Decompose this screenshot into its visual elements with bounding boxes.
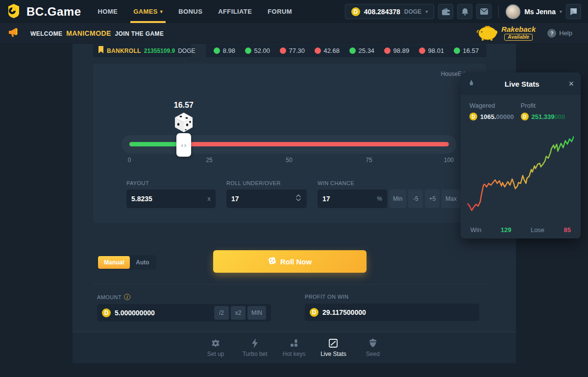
toolbar-item-label: Seed: [366, 351, 380, 357]
recent-roll[interactable]: 42.68: [315, 47, 340, 54]
rakeback-text: Rakeback Available: [501, 25, 536, 41]
payout-control: PAYOUT x: [126, 180, 216, 208]
bookmark-icon: [98, 46, 104, 56]
toolbar-live-stats[interactable]: Live Stats: [320, 338, 346, 357]
toolbar-hot-keys[interactable]: Hot keys: [281, 338, 307, 357]
info-icon[interactable]: i: [124, 294, 130, 300]
amount-input[interactable]: [115, 309, 210, 317]
amount-group: AMOUNT i D /2x2MIN: [97, 294, 271, 322]
nav-item-forum[interactable]: FORUM: [260, 0, 300, 23]
recent-roll[interactable]: 98.01: [419, 47, 444, 54]
payout-input[interactable]: [131, 195, 207, 203]
messages-button[interactable]: [476, 4, 491, 19]
auto-mode-button[interactable]: Auto: [130, 256, 155, 269]
profit-on-win-input[interactable]: [322, 308, 474, 316]
roll-value: 8.98: [223, 47, 235, 54]
dice-slider-track[interactable]: [122, 135, 457, 154]
doge-coin-icon: D: [351, 7, 360, 16]
balance-selector[interactable]: D 408.284378 DOGE ▾: [345, 4, 434, 19]
scale-tick-25: 25: [206, 157, 212, 164]
roll-value: 42.68: [324, 47, 340, 54]
payout-label: PAYOUT: [126, 180, 216, 186]
nav-item-bonus[interactable]: BONUS: [171, 0, 210, 23]
recent-roll[interactable]: 77.30: [280, 47, 305, 54]
hotkeys-icon: [289, 338, 299, 348]
win-chance-label: WIN CHANCE: [318, 180, 467, 186]
lightning-icon: [251, 338, 259, 348]
roll-now-label: Roll Now: [280, 258, 312, 266]
lose-dot-icon: [384, 47, 391, 54]
profit-value: 251.339: [532, 113, 555, 120]
lose-label: Lose: [531, 226, 544, 234]
nav-item-games[interactable]: GAMES▾: [125, 0, 171, 23]
nav-item-home[interactable]: HOME: [90, 0, 126, 23]
win-chance-minus5-button[interactable]: -5: [408, 189, 423, 208]
navbar-right: D 408.284378 DOGE ▾: [345, 4, 588, 19]
close-icon[interactable]: ×: [568, 79, 574, 88]
welcome-suffix: JOIN THE GAME: [115, 30, 164, 37]
roll-value: 98.89: [393, 47, 410, 54]
wallet-button[interactable]: [438, 4, 453, 19]
toolbar-set-up[interactable]: Set up: [203, 338, 228, 357]
recent-roll[interactable]: 52.00: [245, 47, 270, 54]
win-chance-plus5-button[interactable]: +5: [425, 189, 440, 208]
dice-game-canvas: HouseEd 16.57 ‹ ›: [93, 64, 487, 223]
recent-roll[interactable]: 25.34: [349, 47, 375, 54]
toolbar-item-label: Turbo bet: [243, 351, 268, 357]
bell-icon: [461, 8, 469, 16]
profit-on-win-label: PROFIT ON WIN: [305, 294, 348, 300]
roll-under-over-input[interactable]: [231, 195, 295, 203]
page: BC.Game HOMEGAMES▾BONUSAFFILIATEFORUM D …: [0, 0, 588, 377]
amount-half2-button[interactable]: /2: [214, 306, 229, 320]
caret-down-icon: ▾: [160, 9, 163, 14]
slider-handle[interactable]: ‹ ›: [176, 133, 191, 157]
caret-down-icon: ▾: [560, 9, 562, 14]
payout-suffix: x: [207, 195, 211, 202]
wallet-icon: [441, 8, 450, 16]
swap-arrows-icon[interactable]: [295, 194, 302, 204]
amount-x2-button[interactable]: x2: [231, 306, 245, 320]
wagered-value: 1065.: [480, 113, 496, 120]
live-stats-title: Live Stats: [475, 80, 568, 88]
doge-coin-icon: D: [102, 308, 111, 317]
top-navbar: BC.Game HOMEGAMES▾BONUSAFFILIATEFORUM D …: [0, 0, 588, 23]
win-chance-control: WIN CHANCE % Min-5+5Max: [318, 180, 467, 208]
recent-roll[interactable]: 16.57: [454, 47, 479, 54]
rakeback-banner[interactable]: Rakeback Available: [476, 24, 536, 43]
recent-roll[interactable]: 98.89: [384, 47, 410, 54]
win-dot-icon: [214, 47, 220, 54]
toolbar-seed[interactable]: Seed: [360, 338, 386, 357]
manual-mode-button[interactable]: Manual: [98, 256, 130, 269]
roll-now-button[interactable]: Roll Now: [213, 250, 367, 273]
win-chance-input[interactable]: [322, 195, 377, 203]
bet-mode-toggle: Manual Auto: [97, 255, 156, 270]
caret-down-icon: ▾: [425, 9, 428, 14]
help-button[interactable]: ? Help: [547, 29, 572, 38]
toolbar-turbo-bet[interactable]: Turbo bet: [242, 338, 268, 357]
amount-min-button[interactable]: MIN: [247, 306, 266, 320]
dice-icon: [268, 257, 276, 266]
win-lose-footer: Win 129 Lose 85: [461, 226, 581, 234]
toolbar-item-label: Set up: [207, 351, 224, 357]
live-stats-header[interactable]: Live Stats ×: [461, 72, 581, 95]
nav-item-label: FORUM: [268, 8, 292, 15]
win-chance-min-button[interactable]: Min: [389, 189, 406, 208]
nav-item-label: BONUS: [178, 8, 202, 15]
chat-button[interactable]: [566, 4, 581, 19]
pin-icon[interactable]: [467, 79, 475, 89]
recent-roll[interactable]: 8.98: [214, 47, 235, 54]
live-stats-summary: Wagered D 1065.00000 Profit D 251.339000: [461, 95, 581, 120]
user-menu[interactable]: Ms Jenna ▾: [506, 4, 562, 19]
wagered-stat: Wagered D 1065.00000: [469, 102, 521, 120]
win-chance-max-button[interactable]: Max: [441, 189, 461, 208]
bankroll-bar: BANKROLL 21355109.9 DOGE: [93, 44, 191, 57]
nav-item-affiliate[interactable]: AFFILIATE: [210, 0, 260, 23]
bet-controls-row: PAYOUT x ROLL UNDER/OVER: [126, 180, 467, 208]
win-count: 129: [501, 226, 512, 234]
piggy-bank-icon: [476, 24, 498, 43]
seed-icon: [368, 338, 378, 348]
divider: [93, 284, 487, 284]
brand-home-link[interactable]: BC.Game: [0, 3, 90, 21]
bankroll-value: 21355109.9: [144, 47, 175, 54]
notifications-button[interactable]: [457, 4, 472, 19]
